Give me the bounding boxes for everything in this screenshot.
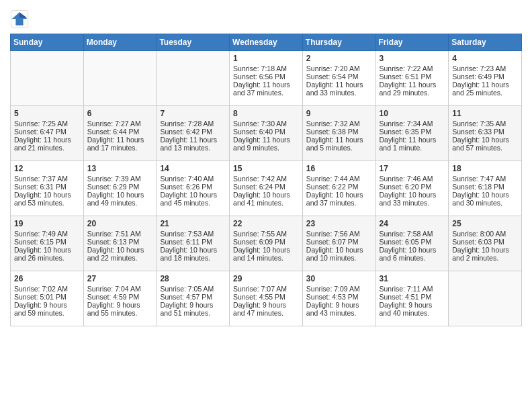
day-info: Sunrise: 7:11 AM [380,285,445,293]
day-info: Sunset: 6:51 PM [380,73,445,81]
calendar-cell [83,51,157,106]
day-info: Sunset: 6:05 PM [380,238,445,246]
calendar-cell: 12Sunrise: 7:37 AMSunset: 6:31 PMDayligh… [11,161,84,216]
day-info: and 2 minutes. [452,254,518,262]
day-number: 29 [233,274,299,283]
day-info: and 55 minutes. [87,309,153,317]
day-info: Sunrise: 7:58 AM [380,230,445,238]
day-info: Sunset: 6:54 PM [306,73,372,81]
calendar-cell: 9Sunrise: 7:32 AMSunset: 6:38 PMDaylight… [302,106,375,161]
day-info: Sunrise: 8:00 AM [452,230,518,238]
day-info: Sunrise: 7:35 AM [452,120,518,128]
calendar-cell: 11Sunrise: 7:35 AMSunset: 6:33 PMDayligh… [449,106,522,161]
day-info: Sunrise: 7:22 AM [380,64,445,73]
day-info: and 14 minutes. [233,254,299,262]
day-number: 23 [306,219,372,228]
day-info: Sunrise: 7:30 AM [233,120,299,128]
day-info: and 22 minutes. [87,254,153,262]
calendar-cell: 17Sunrise: 7:46 AMSunset: 6:20 PMDayligh… [375,161,449,216]
calendar-header-friday: Friday [375,34,449,51]
day-info: and 47 minutes. [233,309,299,317]
day-info: Sunset: 6:44 PM [87,128,153,136]
calendar-header-sunday: Sunday [11,34,84,51]
day-info: Sunset: 6:47 PM [14,128,80,136]
day-info: Daylight: 11 hours [233,81,299,89]
calendar-week-row: 12Sunrise: 7:37 AMSunset: 6:31 PMDayligh… [11,161,522,216]
calendar-cell [449,271,522,326]
day-number: 11 [452,109,518,118]
day-number: 4 [452,54,518,63]
day-number: 18 [452,164,518,173]
day-info: Daylight: 9 hours [306,301,372,309]
day-number: 10 [380,109,445,118]
day-info: Daylight: 9 hours [87,301,153,309]
day-info: and 18 minutes. [160,254,226,262]
day-number: 28 [160,274,226,283]
calendar-cell: 27Sunrise: 7:04 AMSunset: 4:59 PMDayligh… [83,271,157,326]
day-info: Sunrise: 7:53 AM [160,230,226,238]
calendar-header-monday: Monday [83,34,157,51]
calendar-week-row: 26Sunrise: 7:02 AMSunset: 5:01 PMDayligh… [11,271,522,326]
day-info: and 33 minutes. [306,89,372,97]
day-number: 21 [160,219,226,228]
day-info: and 49 minutes. [87,199,153,207]
calendar-cell: 29Sunrise: 7:07 AMSunset: 4:55 PMDayligh… [230,271,303,326]
day-info: Sunset: 6:18 PM [452,183,518,191]
day-info: Sunset: 6:22 PM [306,183,372,191]
calendar-cell: 18Sunrise: 7:47 AMSunset: 6:18 PMDayligh… [449,161,522,216]
calendar-header-row: SundayMondayTuesdayWednesdayThursdayFrid… [11,34,522,51]
day-info: Daylight: 11 hours [306,81,372,89]
day-info: Daylight: 11 hours [306,136,372,144]
day-info: Daylight: 10 hours [233,191,299,199]
day-info: Daylight: 10 hours [452,136,518,144]
day-info: Sunset: 6:40 PM [233,128,299,136]
day-info: Daylight: 9 hours [14,301,80,309]
day-number: 16 [306,164,372,173]
day-number: 25 [452,219,518,228]
day-info: Sunrise: 7:20 AM [306,64,372,73]
day-info: Daylight: 10 hours [380,246,445,254]
day-info: Sunset: 6:56 PM [233,73,299,81]
calendar-cell: 15Sunrise: 7:42 AMSunset: 6:24 PMDayligh… [230,161,303,216]
day-info: Sunset: 5:01 PM [14,293,80,301]
day-info: Sunset: 6:49 PM [452,73,518,81]
day-info: Sunset: 4:59 PM [87,293,153,301]
day-info: Sunset: 6:35 PM [380,128,445,136]
day-info: Daylight: 11 hours [14,136,80,144]
day-info: Sunset: 4:51 PM [380,293,445,301]
day-info: Daylight: 10 hours [14,246,80,254]
day-info: and 13 minutes. [160,144,226,152]
day-info: Sunrise: 7:49 AM [14,230,80,238]
day-info: Sunrise: 7:46 AM [380,175,445,183]
day-info: Daylight: 10 hours [306,191,372,199]
page-header [10,7,522,28]
logo-icon [10,9,29,28]
day-info: Daylight: 10 hours [306,246,372,254]
day-number: 7 [160,109,226,118]
day-info: and 9 minutes. [233,144,299,152]
calendar-cell: 7Sunrise: 7:28 AMSunset: 6:42 PMDaylight… [157,106,230,161]
day-info: Sunrise: 7:05 AM [160,285,226,293]
day-info: Sunrise: 7:40 AM [160,175,226,183]
day-info: and 1 minute. [380,144,445,152]
calendar-week-row: 1Sunrise: 7:18 AMSunset: 6:56 PMDaylight… [11,51,522,106]
calendar-cell: 5Sunrise: 7:25 AMSunset: 6:47 PMDaylight… [11,106,84,161]
day-number: 13 [87,164,153,173]
calendar-cell: 16Sunrise: 7:44 AMSunset: 6:22 PMDayligh… [302,161,375,216]
calendar-cell: 22Sunrise: 7:55 AMSunset: 6:09 PMDayligh… [230,216,303,271]
day-info: and 53 minutes. [14,199,80,207]
day-info: Daylight: 10 hours [233,246,299,254]
day-info: and 29 minutes. [380,89,445,97]
day-info: and 43 minutes. [306,309,372,317]
day-info: and 17 minutes. [87,144,153,152]
calendar-cell: 3Sunrise: 7:22 AMSunset: 6:51 PMDaylight… [375,51,449,106]
day-info: Sunrise: 7:55 AM [233,230,299,238]
day-info: Sunset: 4:55 PM [233,293,299,301]
calendar-cell: 30Sunrise: 7:09 AMSunset: 4:53 PMDayligh… [302,271,375,326]
day-number: 27 [87,274,153,283]
day-info: and 5 minutes. [306,144,372,152]
day-info: Sunset: 6:13 PM [87,238,153,246]
day-info: Sunset: 6:07 PM [306,238,372,246]
day-info: Sunrise: 7:04 AM [87,285,153,293]
calendar-cell: 13Sunrise: 7:39 AMSunset: 6:29 PMDayligh… [83,161,157,216]
